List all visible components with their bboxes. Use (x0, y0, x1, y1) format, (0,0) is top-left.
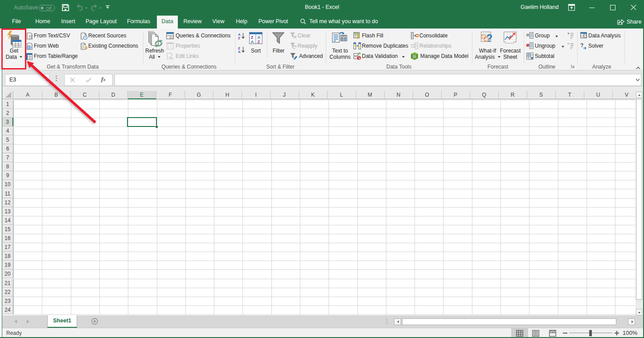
svg-text:?: ? (486, 33, 492, 44)
svg-text:A: A (251, 39, 254, 44)
svg-text:?: ? (580, 42, 583, 49)
svg-text:Z: Z (238, 36, 240, 39)
svg-text:A: A (238, 50, 241, 53)
svg-text:Z: Z (258, 39, 260, 44)
